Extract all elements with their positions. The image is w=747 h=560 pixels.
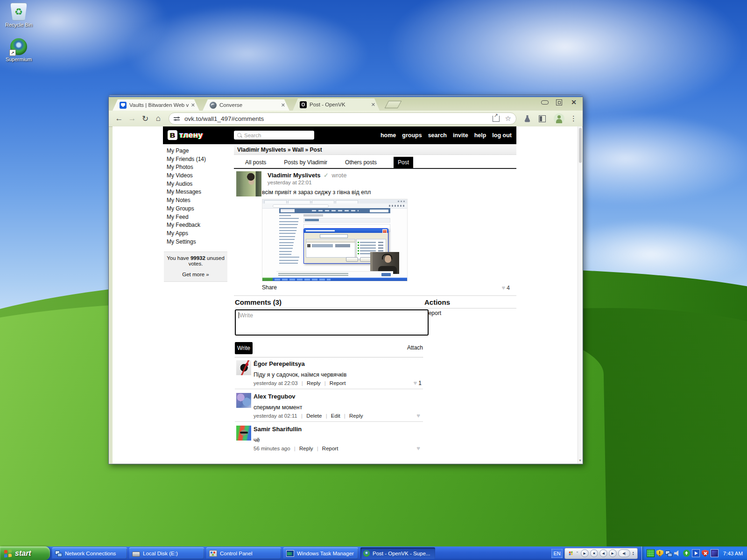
scroll-down-icon[interactable]: ▾ — [578, 458, 582, 462]
tray-updates-icon[interactable] — [683, 550, 690, 557]
profile-avatar-icon[interactable] — [554, 113, 564, 124]
sidebar-item-my-apps[interactable]: My Apps — [167, 231, 228, 236]
sidebar-item-my-feed[interactable]: My Feed — [167, 214, 228, 220]
close-button[interactable]: ✕ — [569, 98, 579, 106]
tray-led-panel-icon[interactable] — [647, 549, 655, 557]
minimize-button[interactable] — [540, 98, 550, 106]
sidebar-item-my-audios[interactable]: My Audios — [167, 181, 228, 187]
report-link[interactable]: Report — [322, 446, 338, 451]
site-info-icon[interactable] — [174, 116, 180, 121]
site-search-input[interactable]: Search — [234, 131, 314, 140]
nav-groups[interactable]: groups — [402, 132, 422, 139]
sidebar-item-my-notes[interactable]: My Notes — [167, 197, 228, 203]
bookmark-star-icon[interactable]: ☆ — [505, 114, 511, 123]
tab-bitwarden[interactable]: Vaults | Bitwarden Web va ✕ — [113, 99, 199, 111]
sidebar-item-my-videos[interactable]: My Videos — [167, 173, 228, 178]
comment-like-button[interactable]: ♥ — [416, 412, 422, 419]
taskbar-button-openvk-active[interactable]: Post - OpenVK - Supe... — [360, 547, 435, 559]
comment-author-link[interactable]: Alex Tregubov — [254, 393, 296, 400]
edit-link[interactable]: Edit — [331, 413, 340, 419]
address-bar[interactable]: ovk.to/wall1_497#comments ↗ ☆ — [169, 112, 516, 125]
forward-icon[interactable]: → — [126, 114, 139, 123]
reply-link[interactable]: Reply — [307, 380, 320, 386]
share-icon[interactable]: ↗ — [493, 116, 500, 122]
nav-help[interactable]: help — [474, 132, 486, 139]
reload-icon[interactable]: ↻ — [139, 114, 152, 124]
tray-volume-icon[interactable] — [674, 550, 681, 557]
sidebar-item-my-settings[interactable]: My Settings — [167, 239, 228, 245]
breadcrumb[interactable]: Vladimir Myslivets » Wall » Post — [234, 145, 516, 155]
recycle-bin-desktop-icon[interactable]: ♻ Recycle Bin — [4, 3, 34, 28]
tray-security-alert-icon[interactable] — [702, 550, 709, 557]
placeholder-line — [279, 260, 298, 261]
share-link[interactable]: Share — [262, 284, 277, 291]
maximize-button[interactable] — [554, 98, 564, 106]
post-image[interactable] — [262, 199, 408, 281]
stop-button[interactable]: ■ — [590, 549, 598, 557]
nav-invite[interactable]: invite — [453, 132, 468, 139]
new-tab-button[interactable] — [385, 101, 402, 108]
tab-converse[interactable]: Converse ✕ — [203, 99, 289, 111]
taskbar-button-task-manager[interactable]: Windows Task Manager — [283, 547, 358, 559]
comment-avatar[interactable] — [236, 360, 251, 375]
tab-close-icon[interactable]: ✕ — [281, 102, 285, 108]
post-like-button[interactable]: ♥4 — [502, 284, 510, 291]
taskbar-button-network-connections[interactable]: Network Connections — [52, 547, 127, 559]
nav-home[interactable]: home — [381, 132, 396, 139]
comment-like-button[interactable]: ♥ — [416, 445, 422, 452]
back-icon[interactable]: ← — [113, 114, 126, 123]
chevron-icon[interactable]: ⌄ — [576, 549, 579, 553]
delete-link[interactable]: Delete — [306, 413, 322, 419]
sidebar-item-my-photos[interactable]: My Photos — [167, 164, 228, 170]
sidebar-item-my-feedback[interactable]: My Feedback — [167, 222, 228, 228]
comment-avatar[interactable] — [236, 393, 251, 408]
sidebar-item-my-page[interactable]: My Page — [167, 148, 228, 154]
volume-button[interactable]: ◀) — [618, 549, 630, 557]
reply-link[interactable]: Reply — [349, 413, 363, 419]
side-panel-icon[interactable] — [539, 115, 546, 122]
write-button[interactable]: Write — [235, 342, 253, 354]
sidebar-item-my-groups[interactable]: My Groups — [167, 206, 228, 211]
browser-menu-icon[interactable]: ⋮ — [570, 114, 577, 123]
nav-search[interactable]: search — [428, 132, 447, 139]
next-button[interactable]: ▶ — [609, 549, 617, 557]
tray-security-shield-icon[interactable] — [656, 550, 663, 557]
page-scrollbar[interactable]: ▾ — [578, 126, 582, 463]
deskband-expand-icon[interactable]: ▴▾ — [633, 551, 634, 556]
tray-display-icon[interactable] — [711, 549, 719, 557]
tab-close-icon[interactable]: ✕ — [371, 102, 375, 108]
post-author-link[interactable]: Vladimir Myslivets — [268, 172, 320, 179]
home-icon[interactable]: ⌂ — [152, 114, 165, 123]
comment-input[interactable]: Write — [235, 309, 429, 336]
comment-avatar[interactable] — [236, 426, 251, 441]
attach-link[interactable]: Attach — [397, 344, 423, 351]
comment-author-link[interactable]: Êgor Perepelitsya — [254, 360, 305, 367]
supermium-desktop-icon[interactable]: ↗ Supermium — [4, 38, 34, 62]
tab-all-posts[interactable]: All posts — [244, 157, 267, 168]
tab-close-icon[interactable]: ✕ — [191, 102, 195, 108]
sidebar-item-my-friends[interactable]: My Friends (14) — [167, 156, 228, 162]
comment-like-button[interactable]: ♥1 — [414, 379, 422, 386]
tab-posts-by-vladimir[interactable]: Posts by Vladimir — [283, 157, 328, 168]
tray-network-icon[interactable] — [665, 550, 672, 557]
tab-others-posts[interactable]: Others posts — [344, 157, 378, 168]
site-logo[interactable]: В тлену — [168, 130, 203, 140]
scrollbar-thumb[interactable] — [579, 128, 582, 163]
experiments-flask-icon[interactable] — [524, 115, 530, 122]
play-button[interactable]: ▶ — [581, 549, 589, 557]
sidebar-item-my-messages[interactable]: My Messages — [167, 189, 228, 195]
previous-button[interactable]: ◀ — [599, 549, 607, 557]
taskbar-button-local-disk[interactable]: Local Disk (E:) — [129, 547, 204, 559]
taskbar-button-control-panel[interactable]: Control Panel — [206, 547, 281, 559]
start-button[interactable]: start — [0, 546, 50, 560]
tray-media-icon[interactable] — [692, 549, 700, 557]
tab-openvk-active[interactable]: O Post - OpenVK ✕ — [293, 98, 380, 111]
nav-logout[interactable]: log out — [492, 132, 512, 139]
reply-link[interactable]: Reply — [299, 446, 313, 451]
post-author-avatar[interactable] — [236, 171, 261, 196]
get-more-link[interactable]: Get more » — [165, 272, 226, 277]
comment-author-link[interactable]: Samir Sharifullin — [254, 426, 302, 433]
report-link[interactable]: Report — [330, 380, 346, 386]
tab-post-active[interactable]: Post — [394, 157, 413, 168]
language-indicator[interactable]: EN — [551, 549, 563, 558]
